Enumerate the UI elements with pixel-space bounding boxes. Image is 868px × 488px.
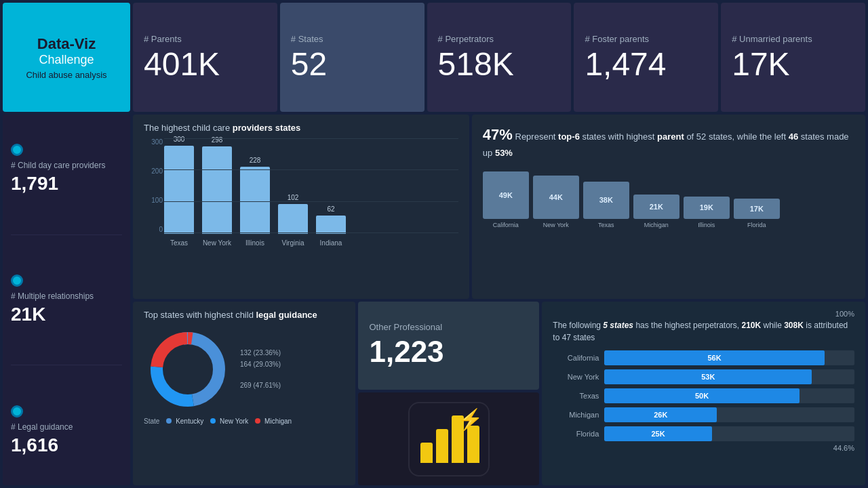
other-prof-value: 1,223 (369, 335, 528, 369)
bot-row: Top states with highest child legal guid… (133, 302, 865, 486)
sidebar-label-0: # Child day care providers (11, 160, 105, 171)
donut-svg-container (144, 325, 232, 413)
stat-perp-label: # Perpetrators (438, 34, 561, 44)
logo-line2: Challenge (39, 53, 94, 67)
state-bar-florida: 17K Florida (734, 199, 780, 228)
legend-dot-michigan (255, 418, 260, 424)
donut-label-132: 132 (23.36%) (240, 349, 344, 357)
perp-bar-row-texas: Texas 50K (553, 388, 854, 403)
donut-title-bold: legal guidance (256, 310, 317, 320)
perp-pct-bottom: 44.6% (553, 444, 854, 452)
stat-perpetrators: # Perpetrators 518K (427, 3, 572, 112)
donut-legend-michigan: Michigan (255, 418, 292, 425)
mid-col: Other Professional 1,223 (358, 302, 539, 486)
donut-inner (165, 346, 211, 392)
powerbi-card: ⚡ (358, 392, 539, 485)
perp-bar-row-new york: New York 53K (553, 369, 854, 384)
perp-bar-row-florida: Florida 25K (553, 426, 854, 441)
sidebar-dot-0 (11, 144, 23, 156)
stat-parents-label: # Parents (144, 34, 267, 44)
donut-card: Top states with highest child legal guid… (133, 302, 355, 486)
bar-group-texas: 300 Texas (164, 136, 194, 247)
pbi-lightning: ⚡ (458, 407, 483, 431)
state-bar-texas: 38K Texas (583, 182, 629, 228)
stat-parents: # Parents 401K (133, 3, 277, 112)
perp-bar-row-california: California 56K (553, 350, 854, 365)
stat-foster: # Foster parents 1,474 (574, 3, 718, 112)
insight-pct: 47% (483, 126, 513, 143)
donut-legend-newyork: New York (210, 418, 248, 425)
top-row: Data-Viz Challenge Child abuse analysis … (0, 0, 868, 112)
perp-bar-fill-california: 56K (604, 350, 824, 365)
state-bar-california: 49K California (483, 171, 529, 228)
donut-chart-title: Top states with highest child legal guid… (144, 310, 344, 320)
state-bar-new york: 44K New York (533, 176, 579, 228)
donut-label-164: 164 (29.03%) (240, 361, 344, 368)
bar-group-virginia: 102 Virginia (278, 194, 308, 247)
perp-title: The following 5 states has the highest p… (553, 319, 854, 344)
bar-virginia (278, 204, 308, 234)
bar-new york (202, 146, 232, 234)
bar-indiana (316, 216, 346, 234)
pbi-bar-1 (420, 443, 433, 463)
donut-legend-state-label: State (144, 418, 159, 425)
perp-bars: California 56K New York 53K Texas 50K Mi… (553, 350, 854, 441)
sidebar-metric-2: # Legal guidance 1,616 (11, 405, 122, 456)
sidebar-label-2: # Legal guidance (11, 422, 73, 433)
stat-unmarried-label: # Unmarried parents (732, 34, 854, 44)
donut-area: 132 (23.36%) 164 (29.03%) 269 (47.61%) (144, 325, 344, 413)
stat-unmarried-value: 17K (732, 48, 854, 81)
perp-bar-fill-michigan: 26K (604, 407, 717, 422)
pbi-bar-2 (436, 429, 448, 463)
powerbi-logo: ⚡ (408, 402, 490, 476)
logo-line1: Data-Viz (37, 35, 96, 53)
insight-text: 47% Represent top-6 states with highest … (483, 123, 854, 161)
donut-svg (144, 325, 232, 413)
y-axis: 300 200 100 0 (144, 138, 163, 233)
bar-chart-inner: 300 200 100 0 (144, 138, 458, 247)
perp-bar-fill-texas: 50K (604, 388, 800, 403)
donut-legend-kentucky: Kentucky (166, 418, 203, 425)
pbi-bar-4 (467, 426, 479, 463)
perp-100-label: 100% (553, 310, 854, 318)
logo-card: Data-Viz Challenge Child abuse analysis (3, 3, 130, 112)
perp-bar-fill-new york: 53K (604, 369, 812, 384)
stat-unmarried: # Unmarried parents 17K (721, 3, 865, 112)
bar-illinois (240, 167, 270, 234)
bar-group-indiana: 62 Indiana (316, 205, 346, 247)
bar-group-new-york: 298 New York (202, 136, 232, 247)
bar-texas (164, 146, 194, 234)
stat-foster-label: # Foster parents (585, 34, 707, 44)
sidebar-label-1: # Multiple relationships (11, 291, 94, 302)
bar-chart-card: The highest child care providers states … (133, 115, 469, 299)
sidebar-metric-0: # Child day care providers 1,791 (11, 144, 122, 195)
state-bar-illinois: 19K Illinois (684, 197, 730, 228)
logo-sub: Child abuse analysis (26, 70, 106, 80)
sidebar-value-2: 1,616 (11, 434, 58, 456)
sidebar-dot-2 (11, 405, 23, 418)
stat-parents-value: 401K (144, 48, 267, 81)
sidebar-divider-2 (11, 365, 122, 365)
donut-legend: State Kentucky New York Michigan (144, 418, 344, 425)
stat-states-value: 52 (291, 48, 414, 81)
sidebar-metric-1: # Multiple relationships 21K (11, 274, 122, 325)
sidebar-dot-1 (11, 274, 23, 287)
bar-chart-title: The highest child care providers states (144, 123, 458, 133)
legend-dot-kentucky (166, 418, 172, 424)
insight-card: 47% Represent top-6 states with highest … (472, 115, 865, 299)
legend-dot-newyork (210, 418, 216, 424)
stat-perp-value: 518K (438, 48, 561, 81)
state-bar-michigan: 21K Michigan (633, 195, 679, 228)
perp-bar-row-michigan: Michigan 26K (553, 407, 854, 422)
main-content: # Child day care providers 1,791 # Multi… (0, 112, 868, 488)
stat-states: # States 52 (280, 3, 425, 112)
bar-chart-title-bold: providers states (233, 123, 300, 133)
sidebar-value-1: 21K (11, 304, 45, 325)
bar-group-illinois: 228 Illinois (240, 157, 270, 247)
stat-states-label: # States (291, 34, 414, 44)
mid-row: The highest child care providers states … (133, 115, 865, 299)
sidebar-divider-1 (11, 235, 122, 235)
other-prof-label: Other Professional (369, 322, 528, 332)
bar-chart-title-normal: The highest child care (144, 123, 233, 133)
left-sidebar: # Child day care providers 1,791 # Multi… (3, 115, 130, 485)
